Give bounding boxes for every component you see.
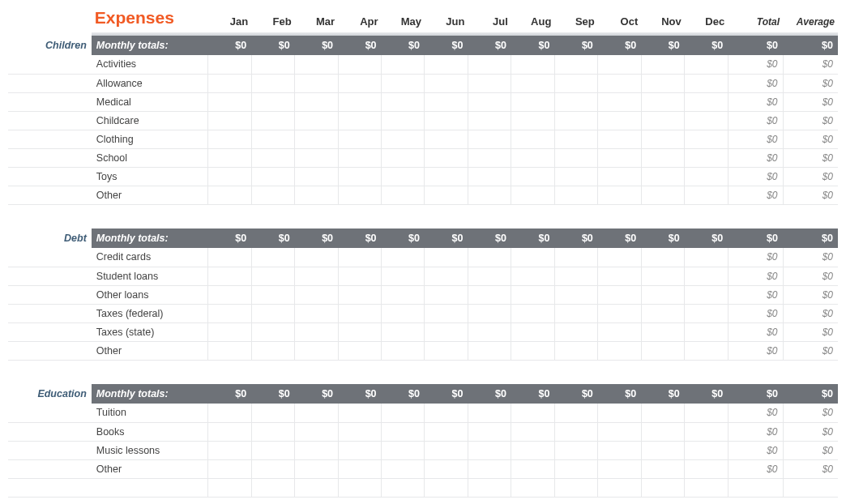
month-cell[interactable] xyxy=(598,341,641,360)
month-cell[interactable] xyxy=(468,341,511,360)
month-cell[interactable] xyxy=(598,111,641,130)
month-cell[interactable] xyxy=(511,248,554,267)
month-cell[interactable] xyxy=(641,478,684,497)
month-cell[interactable] xyxy=(598,404,641,422)
month-cell[interactable] xyxy=(511,422,554,441)
month-cell[interactable] xyxy=(641,248,684,267)
month-cell[interactable] xyxy=(641,74,684,92)
month-cell[interactable] xyxy=(425,341,468,360)
month-cell[interactable] xyxy=(425,322,468,341)
month-cell[interactable] xyxy=(251,304,294,322)
month-cell[interactable] xyxy=(598,92,641,111)
month-cell[interactable] xyxy=(468,404,511,422)
month-cell[interactable] xyxy=(208,441,251,459)
month-cell[interactable] xyxy=(208,285,251,304)
month-cell[interactable] xyxy=(554,148,597,167)
month-cell[interactable] xyxy=(641,404,684,422)
month-cell[interactable] xyxy=(208,74,251,92)
month-cell[interactable] xyxy=(554,404,597,422)
month-cell[interactable] xyxy=(554,55,597,74)
month-cell[interactable] xyxy=(295,422,338,441)
month-cell[interactable] xyxy=(598,248,641,267)
month-cell[interactable] xyxy=(641,267,684,285)
month-cell[interactable] xyxy=(685,404,728,422)
month-cell[interactable] xyxy=(208,92,251,111)
month-cell[interactable] xyxy=(554,304,597,322)
month-cell[interactable] xyxy=(295,441,338,459)
month-cell[interactable] xyxy=(554,111,597,130)
month-cell[interactable] xyxy=(295,167,338,186)
month-cell[interactable] xyxy=(338,304,381,322)
month-cell[interactable] xyxy=(685,441,728,459)
month-cell[interactable] xyxy=(425,441,468,459)
month-cell[interactable] xyxy=(382,130,425,148)
month-cell[interactable] xyxy=(641,459,684,478)
month-cell[interactable] xyxy=(208,111,251,130)
month-cell[interactable] xyxy=(468,441,511,459)
month-cell[interactable] xyxy=(598,130,641,148)
month-cell[interactable] xyxy=(208,459,251,478)
month-cell[interactable] xyxy=(425,404,468,422)
month-cell[interactable] xyxy=(641,341,684,360)
month-cell[interactable] xyxy=(468,478,511,497)
month-cell[interactable] xyxy=(208,186,251,204)
month-cell[interactable] xyxy=(338,130,381,148)
month-cell[interactable] xyxy=(468,167,511,186)
month-cell[interactable] xyxy=(511,404,554,422)
month-cell[interactable] xyxy=(295,148,338,167)
month-cell[interactable] xyxy=(641,304,684,322)
month-cell[interactable] xyxy=(295,130,338,148)
month-cell[interactable] xyxy=(554,167,597,186)
month-cell[interactable] xyxy=(338,111,381,130)
month-cell[interactable] xyxy=(382,111,425,130)
month-cell[interactable] xyxy=(685,285,728,304)
month-cell[interactable] xyxy=(554,341,597,360)
month-cell[interactable] xyxy=(208,267,251,285)
month-cell[interactable] xyxy=(554,74,597,92)
month-cell[interactable] xyxy=(468,74,511,92)
month-cell[interactable] xyxy=(295,74,338,92)
month-cell[interactable] xyxy=(382,186,425,204)
month-cell[interactable] xyxy=(382,285,425,304)
month-cell[interactable] xyxy=(554,441,597,459)
month-cell[interactable] xyxy=(468,130,511,148)
month-cell[interactable] xyxy=(468,186,511,204)
month-cell[interactable] xyxy=(554,478,597,497)
month-cell[interactable] xyxy=(511,322,554,341)
month-cell[interactable] xyxy=(641,167,684,186)
month-cell[interactable] xyxy=(554,248,597,267)
month-cell[interactable] xyxy=(511,186,554,204)
month-cell[interactable] xyxy=(295,111,338,130)
month-cell[interactable] xyxy=(295,304,338,322)
month-cell[interactable] xyxy=(554,130,597,148)
month-cell[interactable] xyxy=(382,248,425,267)
month-cell[interactable] xyxy=(511,130,554,148)
month-cell[interactable] xyxy=(208,422,251,441)
month-cell[interactable] xyxy=(511,459,554,478)
month-cell[interactable] xyxy=(382,478,425,497)
month-cell[interactable] xyxy=(685,92,728,111)
month-cell[interactable] xyxy=(685,111,728,130)
month-cell[interactable] xyxy=(685,267,728,285)
month-cell[interactable] xyxy=(338,459,381,478)
month-cell[interactable] xyxy=(554,267,597,285)
month-cell[interactable] xyxy=(251,322,294,341)
month-cell[interactable] xyxy=(641,111,684,130)
month-cell[interactable] xyxy=(598,74,641,92)
month-cell[interactable] xyxy=(598,167,641,186)
month-cell[interactable] xyxy=(208,304,251,322)
month-cell[interactable] xyxy=(382,167,425,186)
month-cell[interactable] xyxy=(685,304,728,322)
month-cell[interactable] xyxy=(511,74,554,92)
month-cell[interactable] xyxy=(251,74,294,92)
month-cell[interactable] xyxy=(511,341,554,360)
month-cell[interactable] xyxy=(251,404,294,422)
month-cell[interactable] xyxy=(338,441,381,459)
month-cell[interactable] xyxy=(598,422,641,441)
month-cell[interactable] xyxy=(382,92,425,111)
month-cell[interactable] xyxy=(685,459,728,478)
month-cell[interactable] xyxy=(685,148,728,167)
month-cell[interactable] xyxy=(251,186,294,204)
month-cell[interactable] xyxy=(685,248,728,267)
month-cell[interactable] xyxy=(208,322,251,341)
